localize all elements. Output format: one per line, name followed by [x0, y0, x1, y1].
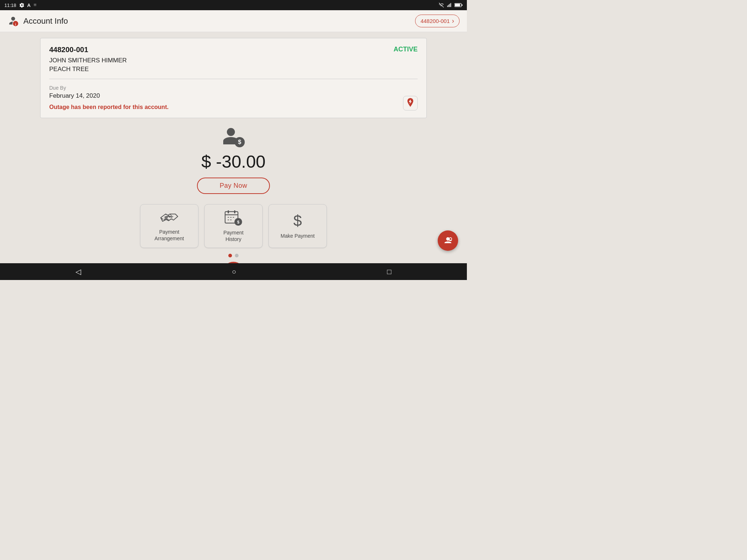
back-button[interactable]: ◁	[76, 267, 81, 276]
svg-rect-16	[228, 210, 229, 214]
account-status: ACTIVE	[394, 46, 418, 53]
svg-text:$: $	[238, 139, 241, 145]
due-date: February 14, 2020	[49, 92, 418, 100]
recents-button[interactable]: □	[387, 268, 391, 276]
svg-rect-5	[455, 4, 460, 6]
settings-icon	[19, 3, 24, 8]
dollar-icon: $	[290, 213, 306, 229]
make-payment-button[interactable]: $ Make Payment	[268, 204, 327, 248]
signal-icon	[446, 3, 452, 8]
payment-arrangement-label: PaymentArrangement	[155, 229, 184, 242]
balance-amount: $ -30.00	[201, 152, 266, 172]
status-bar: 11:18 A	[0, 0, 467, 10]
account-location: PEACH TREE	[49, 66, 418, 73]
payment-arrangement-button[interactable]: PaymentArrangement	[140, 204, 198, 248]
account-name: JOHN SMITHERS HIMMER	[49, 57, 418, 64]
wifi-icon	[438, 3, 444, 8]
outage-icon-button[interactable]	[403, 96, 418, 110]
svg-rect-0	[447, 5, 448, 7]
svg-rect-6	[462, 4, 462, 6]
status-right	[438, 3, 462, 8]
sim-icon	[34, 3, 39, 8]
dot-1	[228, 254, 232, 257]
account-badge[interactable]: 448200-001 ›	[415, 15, 460, 27]
payment-history-label: PaymentHistory	[223, 229, 243, 242]
calendar-dollar-icon: $	[224, 210, 243, 226]
svg-text:i: i	[15, 23, 16, 26]
svg-point-11	[227, 128, 235, 136]
page-title: Account Info	[23, 16, 68, 26]
account-card: 448200-001 ACTIVE JOHN SMITHERS HIMMER P…	[40, 38, 427, 118]
payment-history-button[interactable]: $ PaymentHistory	[204, 204, 263, 248]
card-divider	[49, 79, 418, 79]
account-icon: i	[7, 15, 19, 27]
account-badge-number: 448200-001	[421, 18, 450, 24]
svg-rect-1	[448, 5, 449, 7]
contacts-icon	[443, 236, 453, 246]
svg-text:$: $	[293, 213, 302, 229]
svg-rect-2	[449, 4, 450, 7]
outage-message: Outage has been reported for this accoun…	[49, 104, 418, 110]
dot-2	[235, 254, 239, 257]
time: 11:18	[4, 3, 16, 8]
due-label: Due By	[49, 85, 418, 91]
main-content: 448200-001 ACTIVE JOHN SMITHERS HIMMER P…	[0, 32, 467, 280]
a-icon: A	[27, 3, 31, 8]
make-payment-label: Make Payment	[280, 233, 314, 239]
handshake-icon	[160, 210, 178, 225]
balance-section: $ $ -30.00 Pay Now	[197, 127, 270, 194]
dots-indicator	[228, 254, 239, 257]
svg-rect-3	[450, 3, 451, 7]
account-number: 448200-001	[49, 46, 88, 54]
action-buttons: PaymentArrangement $ PaymentHistory	[140, 204, 327, 248]
fab-button[interactable]	[438, 230, 458, 251]
svg-point-7	[11, 17, 15, 21]
header-left: i Account Info	[7, 15, 68, 27]
chevron-right-icon: ›	[452, 17, 454, 25]
battery-icon	[454, 3, 462, 7]
app-header: i Account Info 448200-001 ›	[0, 10, 467, 32]
balance-icon: $	[221, 127, 246, 149]
status-left: 11:18 A	[4, 3, 39, 8]
pay-now-button[interactable]: Pay Now	[197, 178, 270, 194]
svg-rect-17	[234, 210, 236, 214]
lightning-location-icon	[406, 98, 415, 108]
svg-text:$: $	[237, 220, 240, 224]
nav-bar: ◁ ○ □	[0, 263, 467, 280]
home-button[interactable]: ○	[232, 268, 236, 276]
